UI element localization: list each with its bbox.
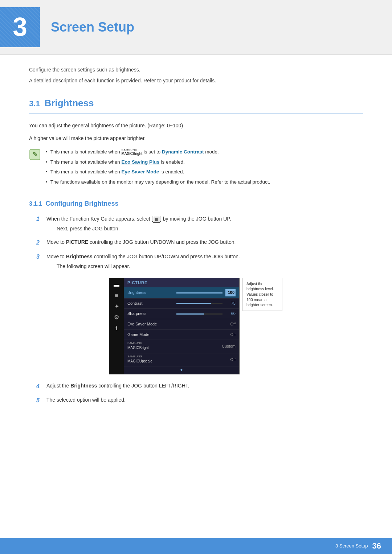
step-3: 3 Move to Brightness controlling the JOG… bbox=[36, 252, 363, 270]
note-icon: ✎ bbox=[29, 149, 41, 160]
monitor-screenshot: ▬ ≡ ✦ ⚙ ℹ PICTURE Brightness 100 bbox=[109, 278, 283, 374]
monitor-ui: ▬ ≡ ✦ ⚙ ℹ PICTURE Brightness 100 bbox=[109, 278, 240, 374]
monitor-row-sharpness: Sharpness 60 bbox=[124, 309, 239, 319]
step-5: 5 The selected option will be applied. bbox=[36, 396, 363, 405]
step-3-text: Move to Brightness controlling the JOG b… bbox=[46, 254, 240, 259]
chapter-header: 3 Screen Setup bbox=[0, 0, 392, 55]
step-2: 2 Move to PICTURE controlling the JOG bu… bbox=[36, 238, 363, 247]
monitor-content: PICTURE Brightness 100 Contrast 75 bbox=[124, 278, 239, 374]
monitor-triangle: ▼ bbox=[124, 366, 239, 374]
chapter-desc1: Configure the screen settings such as br… bbox=[29, 66, 363, 74]
step-1: 1 When the Function Key Guide appears, s… bbox=[36, 214, 363, 233]
monitor-row-magicbright: SAMSUNG MAGICBright Custom bbox=[124, 340, 239, 353]
chapter-title: Screen Setup bbox=[51, 17, 134, 38]
chapter-desc2: A detailed description of each function … bbox=[29, 77, 363, 85]
monitor-row-magicupscale: SAMSUNG MAGICUpscale Off bbox=[124, 353, 239, 367]
note-item-2: This menu is not available when Eco Savi… bbox=[46, 158, 363, 166]
sidebar-icon-3: ✦ bbox=[114, 304, 119, 309]
step-1-sub: Next, press the JOG button. bbox=[57, 225, 231, 233]
steps-list: 1 When the Function Key Guide appears, s… bbox=[36, 214, 363, 270]
monitor-row-brightness: Brightness 100 bbox=[124, 287, 239, 299]
subsection-title: Configuring Brightness bbox=[46, 198, 119, 209]
monitor-sidebar: ▬ ≡ ✦ ⚙ ℹ bbox=[109, 278, 124, 374]
sidebar-icon-4: ⚙ bbox=[114, 315, 119, 320]
monitor-row-gamemode: Game Mode Off bbox=[124, 330, 239, 340]
step-2-text: Move to PICTURE controlling the JOG butt… bbox=[46, 238, 363, 246]
svg-text:✎: ✎ bbox=[32, 151, 38, 158]
monitor-row-contrast: Contrast 75 bbox=[124, 299, 239, 309]
note-box: ✎ This menu is not available when SAMSUN… bbox=[29, 148, 363, 188]
note-item-1: This menu is not available when SAMSUNGM… bbox=[46, 148, 363, 156]
step-4: 4 Adjust the Brightness controlling the … bbox=[36, 382, 363, 391]
section-intro2: A higher value will make the picture app… bbox=[29, 134, 363, 142]
section-title: Brightness bbox=[45, 96, 94, 111]
monitor-tooltip: Adjust the brightness level. Values clos… bbox=[242, 278, 282, 311]
sidebar-icon-2: ≡ bbox=[115, 293, 118, 299]
note-item-4: The functions available on the monitor m… bbox=[46, 178, 363, 186]
note-items: This menu is not available when SAMSUNGM… bbox=[46, 148, 363, 188]
jog-button-icon: ||| bbox=[153, 216, 160, 222]
section-number: 3.1 bbox=[29, 97, 40, 110]
section-intro1: You can adjust the general brightness of… bbox=[29, 122, 363, 130]
steps-list-2: 4 Adjust the Brightness controlling the … bbox=[36, 382, 363, 405]
subsection-heading: 3.1.1 Configuring Brightness bbox=[29, 198, 363, 209]
step-3-sub: The following screen will appear. bbox=[57, 262, 240, 270]
footer-text: 3 Screen Setup bbox=[335, 542, 368, 550]
main-content: Configure the screen settings such as br… bbox=[0, 66, 392, 440]
page-footer: 3 Screen Setup 36 bbox=[0, 538, 392, 554]
step-1-text: When the Function Key Guide appears, sel… bbox=[46, 216, 231, 222]
section-heading: 3.1 Brightness bbox=[29, 96, 363, 115]
sidebar-icon-1: ▬ bbox=[114, 282, 119, 288]
subsection-number: 3.1.1 bbox=[29, 199, 42, 209]
footer-page-number: 36 bbox=[372, 539, 381, 552]
sidebar-icon-5: ℹ bbox=[115, 325, 118, 331]
step-5-text: The selected option will be applied. bbox=[46, 396, 363, 404]
monitor-row-eyesaver: Eye Saver Mode Off bbox=[124, 319, 239, 330]
monitor-title-bar: PICTURE bbox=[124, 278, 239, 288]
step-4-text: Adjust the Brightness controlling the JO… bbox=[46, 382, 363, 390]
note-item-3: This menu is not available when Eye Save… bbox=[46, 168, 363, 176]
chapter-number: 3 bbox=[0, 7, 40, 47]
